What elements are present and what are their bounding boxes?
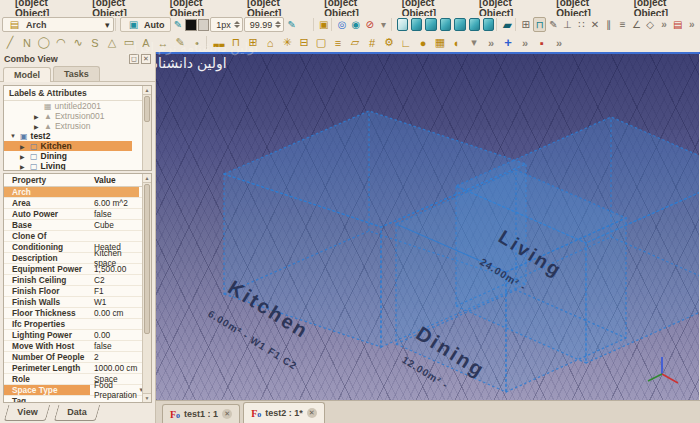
property-row[interactable]: Floor Thickness 0.00 cm xyxy=(4,308,151,319)
tree-item[interactable]: ▦ untitled2001 xyxy=(4,101,151,111)
close-tab-icon[interactable]: ✕ xyxy=(307,408,317,418)
scroll-up-icon[interactable]: ▲ xyxy=(143,86,151,95)
overflow-icon[interactable]: » xyxy=(517,35,533,51)
property-tab[interactable]: Data xyxy=(54,405,100,421)
auto-group-button[interactable]: ▣ Auto xyxy=(120,17,171,32)
property-scrollbar[interactable]: ▲ ▼ xyxy=(142,174,151,402)
property-row[interactable]: Area 6.00 m^2 xyxy=(4,198,151,209)
arch-wall-icon[interactable]: ▬ xyxy=(211,35,227,51)
zoom-in-icon[interactable]: ◉ xyxy=(350,17,363,32)
arch-cut-icon[interactable]: ◐ xyxy=(449,35,465,51)
draft-arc-icon[interactable]: ◠ xyxy=(53,35,69,51)
arch-window-icon[interactable]: ⊞ xyxy=(245,35,261,51)
apply-style-icon[interactable]: ▣ xyxy=(317,17,330,32)
chevron-down-icon[interactable]: ▾ xyxy=(377,17,390,32)
draft-bspline-icon[interactable]: ∿ xyxy=(70,35,86,51)
document-tab[interactable]: Fo test1 : 1 ✕ xyxy=(162,404,240,423)
snap-perpendicular-icon[interactable]: ⊥ xyxy=(561,17,574,32)
combo-view-tab[interactable]: Model xyxy=(3,67,51,82)
property-row[interactable]: Base Cube xyxy=(4,220,151,231)
float-panel-icon[interactable]: ◻ xyxy=(129,54,139,64)
arch-space-icon[interactable]: ▢ xyxy=(313,35,329,51)
scrollbar-thumb[interactable] xyxy=(144,184,150,334)
draft-tray-icon[interactable]: ✎ xyxy=(172,17,185,32)
draw-style-icon[interactable]: ⊘ xyxy=(363,17,376,32)
expander-icon[interactable]: ▶ xyxy=(34,113,41,120)
draft-edit-icon[interactable]: ✎ xyxy=(172,35,188,51)
expander-icon[interactable]: ▶ xyxy=(20,143,27,150)
property-tab[interactable]: View xyxy=(4,405,51,421)
view-left-icon[interactable] xyxy=(483,18,494,31)
snap-lock-icon[interactable]: ⊓ xyxy=(533,17,546,32)
tree-item[interactable]: ▼ ▣ test2 xyxy=(4,131,151,141)
close-panel-icon[interactable]: ✕ xyxy=(141,54,151,64)
draft-polygon-icon[interactable]: △ xyxy=(104,35,120,51)
scroll-down-icon[interactable]: ▼ xyxy=(143,393,151,402)
arch-panel-icon[interactable]: ▱ xyxy=(347,35,363,51)
spinner-arrows-icon[interactable] xyxy=(234,21,240,28)
expander-icon[interactable]: ▶ xyxy=(20,153,27,160)
arch-frame-icon[interactable]: # xyxy=(364,35,380,51)
line-width-spinbox[interactable]: 1px xyxy=(210,17,243,32)
property-row[interactable]: Equipment Power 1,500.00 xyxy=(4,264,151,275)
overflow-icon[interactable]: » xyxy=(685,17,698,32)
overflow-icon[interactable]: » xyxy=(658,17,671,32)
arch-section-plane-icon[interactable]: ⊟ xyxy=(296,35,312,51)
arch-equipment-icon[interactable]: ⚙ xyxy=(381,35,397,51)
expander-icon[interactable]: ▶ xyxy=(34,123,41,130)
workbench-selector[interactable]: ▤ Arch ▾ xyxy=(2,17,114,32)
arch-roof-icon[interactable]: ⌂ xyxy=(262,35,278,51)
draft-rectangle-icon[interactable]: ▭ xyxy=(121,35,137,51)
snap-angle-icon[interactable]: ∠ xyxy=(630,17,643,32)
separator[interactable] xyxy=(313,18,317,31)
snap-endpoint-icon[interactable]: ✎ xyxy=(547,17,560,32)
arch-schedule-icon[interactable]: ▦ xyxy=(432,35,448,51)
view-right-icon[interactable] xyxy=(440,18,451,31)
separator[interactable] xyxy=(496,18,500,31)
macro-record-icon[interactable]: ▤ xyxy=(671,17,684,32)
zoom-border-icon[interactable]: ◎ xyxy=(336,17,349,32)
scale-spinbox[interactable]: 99.99 xyxy=(244,17,285,32)
spinner-arrows-icon[interactable] xyxy=(275,21,281,28)
snap-intersection-icon[interactable]: ✕ xyxy=(589,17,602,32)
view-bottom-icon[interactable] xyxy=(469,18,480,31)
property-row[interactable]: Auto Power false xyxy=(4,209,151,220)
property-row[interactable]: Description Kitchen space xyxy=(4,253,151,264)
arch-pipe-icon[interactable]: ∟ xyxy=(398,35,414,51)
property-row[interactable]: Lighting Power 0.00 xyxy=(4,330,151,341)
snap-grid-icon[interactable]: ∷ xyxy=(575,17,588,32)
expander-icon[interactable]: ▶ xyxy=(20,163,27,170)
tree-item[interactable]: ▶ ▲ Extrusion001 xyxy=(4,111,151,121)
property-row[interactable]: Move With Host false xyxy=(4,341,151,352)
eraser-icon[interactable]: ▰ xyxy=(501,17,514,32)
close-tab-icon[interactable]: ✕ xyxy=(222,409,232,419)
overflow-icon[interactable]: » xyxy=(483,35,499,51)
line-color-swatch[interactable] xyxy=(185,19,196,31)
viewport-3d[interactable]: Kitchen 6.00m² - W1 F1 C2 Dining 12.00m²… xyxy=(156,54,699,400)
grid-toggle-icon[interactable]: ⊞ xyxy=(519,17,532,32)
combo-view-titlebar[interactable]: Combo View ◻ ✕ xyxy=(0,52,155,66)
chevron-down-icon[interactable]: ▾ xyxy=(466,35,482,51)
tree-item[interactable]: ▶ ▢ Kitchen xyxy=(4,141,132,151)
separator[interactable] xyxy=(515,18,519,31)
combo-view-tab[interactable]: Tasks xyxy=(53,66,100,81)
arch-axis-icon[interactable]: ✳ xyxy=(279,35,295,51)
draft-bezier-icon[interactable]: S xyxy=(87,35,103,51)
scrollbar-thumb[interactable] xyxy=(144,96,150,122)
view-top-icon[interactable] xyxy=(425,18,436,31)
tree-item[interactable]: ▶ ▲ Extrusion xyxy=(4,121,151,131)
snap-center-icon[interactable]: ◇ xyxy=(644,17,657,32)
draft-wire-icon[interactable]: N xyxy=(19,35,35,51)
property-row[interactable]: Finish Walls W1 xyxy=(4,297,151,308)
separator[interactable] xyxy=(206,36,210,49)
property-row[interactable]: Arch xyxy=(4,187,151,198)
draft-point-icon[interactable]: • xyxy=(189,35,205,51)
property-row[interactable]: Perimeter Length 1000.00 cm xyxy=(4,363,151,374)
arch-structure-icon[interactable]: ⊓ xyxy=(228,35,244,51)
draft-line-icon[interactable]: ╱ xyxy=(2,35,18,51)
tree-item[interactable]: ▶ ▢ Dining xyxy=(4,151,151,161)
tree-item[interactable]: ▶ ▢ Living xyxy=(4,161,151,171)
view-rear-icon[interactable] xyxy=(454,18,465,31)
line-color-swatch[interactable] xyxy=(299,17,312,32)
property-row[interactable]: Finish Floor F1 xyxy=(4,286,151,297)
